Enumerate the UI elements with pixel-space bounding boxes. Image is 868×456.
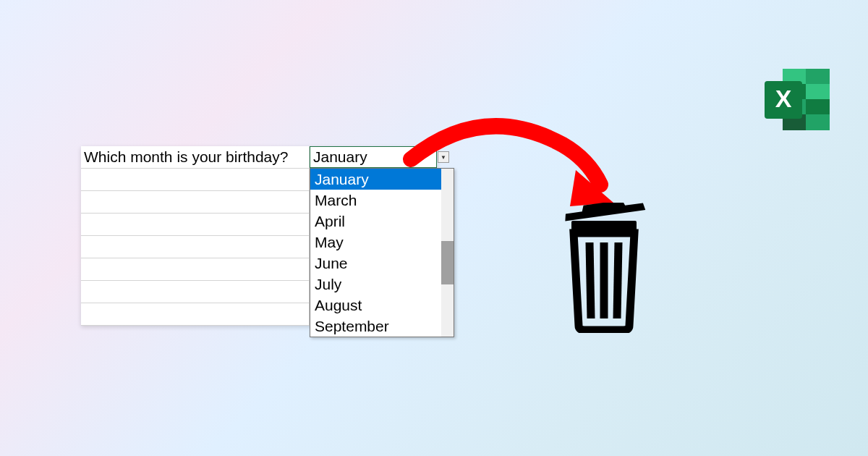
svg-line-3: [617, 242, 618, 318]
excel-app-icon: X: [761, 65, 833, 134]
svg-text:X: X: [775, 85, 792, 112]
dropdown-option[interactable]: January: [310, 169, 454, 190]
dropdown-option[interactable]: July: [310, 274, 454, 295]
cell[interactable]: [81, 169, 310, 190]
dropdown-option[interactable]: May: [310, 232, 454, 253]
cell[interactable]: [81, 236, 310, 258]
svg-rect-11: [806, 99, 830, 114]
svg-line-1: [590, 242, 591, 318]
svg-rect-12: [806, 114, 830, 130]
dropdown-option[interactable]: March: [310, 190, 454, 211]
dropdown-list: January March April May June July August…: [310, 168, 454, 337]
cell[interactable]: [81, 281, 310, 303]
header-row: Which month is your birthday? January ▼: [81, 146, 437, 169]
scroll-thumb[interactable]: [441, 241, 454, 284]
dropdown-option[interactable]: April: [310, 211, 454, 232]
dropdown-option[interactable]: June: [310, 253, 454, 274]
svg-rect-10: [806, 84, 830, 99]
svg-rect-9: [806, 69, 830, 84]
cell[interactable]: [81, 191, 310, 213]
cell[interactable]: [81, 303, 310, 325]
dropdown-option[interactable]: September: [310, 316, 454, 337]
question-cell[interactable]: Which month is your birthday?: [81, 146, 310, 168]
cell[interactable]: [81, 214, 310, 235]
cell[interactable]: [81, 258, 310, 280]
dropdown-option[interactable]: August: [310, 295, 454, 316]
dropdown-scrollbar[interactable]: [441, 169, 454, 337]
trash-icon: [550, 203, 658, 333]
selected-value: January: [313, 148, 367, 166]
